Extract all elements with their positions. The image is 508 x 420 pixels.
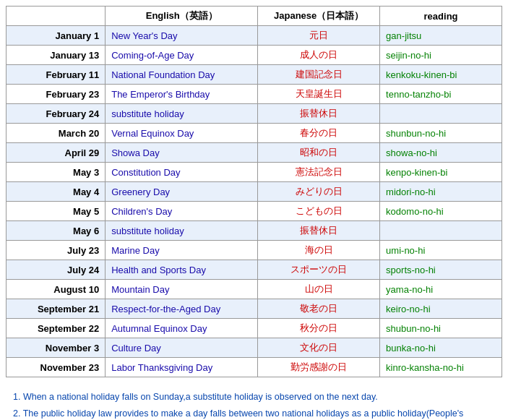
table-row: November 23Labor Thanksgiving Day勤労感謝の日k… [7,358,502,377]
english-cell: Constitution Day [106,163,258,182]
page-container: English（英語） Japanese（日本語） reading Januar… [0,0,508,420]
english-cell: Showa Day [106,143,258,163]
date-cell: March 20 [7,124,106,143]
date-cell: September 21 [7,299,106,319]
table-header-row: English（英語） Japanese（日本語） reading [7,7,502,26]
table-row: March 20Vernal Equinox Day春分の日shunbun-no… [7,124,502,143]
japanese-cell: 天皇誕生日 [258,85,380,104]
table-row: February 23The Emperor's Birthday天皇誕生日te… [7,85,502,104]
japanese-cell: 秋分の日 [258,319,380,338]
date-cell: August 10 [7,280,106,299]
english-cell: substitute holiday [106,221,258,241]
date-cell: November 3 [7,338,106,358]
japanese-cell: 文化の日 [258,338,380,358]
english-cell: National Foundation Day [106,65,258,85]
note-2: 2. The public holiday law provides to ma… [13,407,495,420]
date-cell: May 6 [7,221,106,241]
japanese-cell: みどりの日 [258,182,380,202]
reading-cell: keiro-no-hi [380,299,502,319]
english-cell: Labor Thanksgiving Day [106,358,258,377]
date-cell: May 4 [7,182,106,202]
table-row: May 3Constitution Day憲法記念日kenpo-kinen-bi [7,163,502,182]
date-cell: January 1 [7,26,106,46]
reading-cell [380,221,502,241]
reading-cell: seijin-no-hi [380,46,502,65]
table-body: January 1New Year's Day元日gan-jitsuJanuar… [7,26,502,377]
english-cell: Health and Sports Day [106,260,258,280]
english-cell: Vernal Equinox Day [106,124,258,143]
reading-cell: kenkoku-kinen-bi [380,65,502,85]
table-row: July 24Health and Sports Dayスポーツの日sports… [7,260,502,280]
japanese-cell: 元日 [258,26,380,46]
date-cell: July 23 [7,241,106,260]
table-row: January 1New Year's Day元日gan-jitsu [7,26,502,46]
english-cell: Coming-of-Age Day [106,46,258,65]
english-cell: Autumnal Equinox Day [106,319,258,338]
english-cell: Children's Day [106,202,258,221]
reading-cell: yama-no-hi [380,280,502,299]
japanese-cell: 憲法記念日 [258,163,380,182]
english-cell: Culture Day [106,338,258,358]
reading-cell: sports-no-hi [380,260,502,280]
table-row: May 5Children's Dayこどもの日kodomo-no-hi [7,202,502,221]
reading-cell [380,104,502,124]
japanese-cell: こどもの日 [258,202,380,221]
header-reading: reading [380,7,502,26]
table-row: April 29Showa Day昭和の日showa-no-hi [7,143,502,163]
english-cell: The Emperor's Birthday [106,85,258,104]
reading-cell: tenno-tanzho-bi [380,85,502,104]
table-row: July 23Marine Day海の日umi-no-hi [7,241,502,260]
english-cell: Greenery Day [106,182,258,202]
table-row: February 11National Foundation Day建国記念日k… [7,65,502,85]
table-row: September 21Respect-for-the-Aged Day敬老の日… [7,299,502,319]
header-japanese: Japanese（日本語） [258,7,380,26]
reading-cell: shunbun-no-hi [380,124,502,143]
date-cell: May 3 [7,163,106,182]
date-cell: September 22 [7,319,106,338]
reading-cell: kodomo-no-hi [380,202,502,221]
notes-section: 1. When a national holiday falls on Sund… [6,386,502,420]
date-cell: January 13 [7,46,106,65]
reading-cell: gan-jitsu [380,26,502,46]
japanese-cell: 春分の日 [258,124,380,143]
date-cell: November 23 [7,358,106,377]
english-cell: substitute holiday [106,104,258,124]
header-english: English（英語） [106,7,258,26]
japanese-cell: スポーツの日 [258,260,380,280]
date-cell: May 5 [7,202,106,221]
japanese-cell: 敬老の日 [258,299,380,319]
reading-cell: bunka-no-hi [380,338,502,358]
japanese-cell: 海の日 [258,241,380,260]
japanese-cell: 昭和の日 [258,143,380,163]
table-row: August 10Mountain Day山の日yama-no-hi [7,280,502,299]
japanese-cell: 成人の日 [258,46,380,65]
date-cell: February 24 [7,104,106,124]
japanese-cell: 山の日 [258,280,380,299]
japanese-cell: 建国記念日 [258,65,380,85]
english-cell: Marine Day [106,241,258,260]
holidays-table: English（英語） Japanese（日本語） reading Januar… [6,6,502,377]
note-1: 1. When a national holiday falls on Sund… [13,390,495,404]
reading-cell: showa-no-hi [380,143,502,163]
table-row: January 13Coming-of-Age Day成人の日seijin-no… [7,46,502,65]
english-cell: Mountain Day [106,280,258,299]
date-cell: July 24 [7,260,106,280]
japanese-cell: 振替休日 [258,104,380,124]
reading-cell: kenpo-kinen-bi [380,163,502,182]
reading-cell: midori-no-hi [380,182,502,202]
reading-cell: umi-no-hi [380,241,502,260]
table-row: November 3Culture Day文化の日bunka-no-hi [7,338,502,358]
table-row: May 4Greenery Dayみどりの日midori-no-hi [7,182,502,202]
english-cell: Respect-for-the-Aged Day [106,299,258,319]
japanese-cell: 勤労感謝の日 [258,358,380,377]
date-cell: February 11 [7,65,106,85]
table-row: September 22Autumnal Equinox Day秋分の日shub… [7,319,502,338]
table-row: May 6substitute holiday振替休日 [7,221,502,241]
date-cell: April 29 [7,143,106,163]
japanese-cell: 振替休日 [258,221,380,241]
date-cell: February 23 [7,85,106,104]
reading-cell: shubun-no-hi [380,319,502,338]
header-date [7,7,106,26]
english-cell: New Year's Day [106,26,258,46]
reading-cell: kinro-kansha-no-hi [380,358,502,377]
